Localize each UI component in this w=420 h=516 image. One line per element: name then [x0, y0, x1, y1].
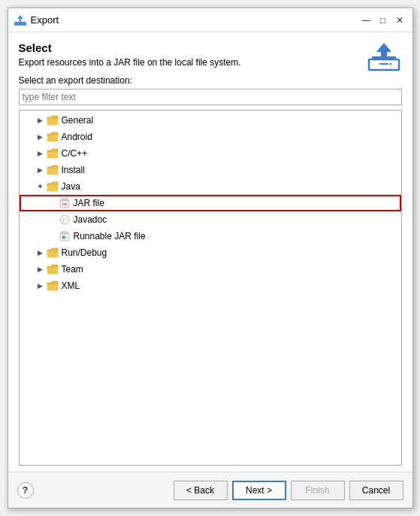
maximize-button[interactable]: □ [376, 14, 390, 27]
svg-text:JAR: JAR [62, 202, 68, 206]
export-dialog: Export — □ ✕ Select Export resources int… [8, 8, 413, 508]
tree-label-android: Android [62, 132, 92, 142]
tree-item-android[interactable]: ▶ Android [20, 129, 401, 145]
expand-icon-xml: ▶ [35, 280, 47, 292]
expand-icon-jar [47, 197, 59, 209]
folder-icon-team [47, 263, 59, 275]
svg-marker-1 [17, 15, 23, 22]
svg-marker-4 [376, 43, 391, 57]
bottom-bar: ? < Back Next > Finish Cancel [8, 472, 412, 508]
tree-label-cpp: C/C++ [62, 148, 88, 159]
section-desc: Export resources into a JAR file on the … [19, 57, 241, 68]
jar-icon: JAR [59, 197, 71, 209]
folder-icon-install [47, 164, 59, 176]
expand-icon-general: ▶ [35, 114, 47, 126]
folder-icon-java [47, 181, 59, 193]
tree-label-java: Java [62, 181, 80, 192]
folder-icon-xml [47, 280, 59, 292]
tree-item-rundebug[interactable]: ▶ Run/Debug [20, 244, 401, 261]
tree-label-install: Install [62, 165, 85, 175]
expand-icon-java: ▼ [35, 181, 47, 193]
tree-item-cpp[interactable]: ▶ C/C++ [20, 145, 401, 162]
expand-icon-rundebug: ▶ [35, 247, 47, 259]
cancel-button[interactable]: Cancel [349, 481, 403, 500]
tree-item-xml[interactable]: ▶ XML [20, 278, 401, 294]
tree-container[interactable]: ▶ General ▶ Android [19, 110, 402, 466]
filter-label: Select an export destination: [19, 75, 402, 86]
expand-icon-android: ▶ [35, 131, 47, 143]
svg-rect-0 [14, 22, 26, 26]
tree-label-team: Team [62, 264, 83, 275]
tree-item-jar-file[interactable]: JAR JAR file [20, 195, 401, 211]
close-button[interactable]: ✕ [393, 14, 406, 27]
tree-item-java[interactable]: ▼ Java [20, 178, 401, 195]
tree-label-runnable-jar: Runnable JAR file [74, 231, 146, 241]
header-text: Select Export resources into a JAR file … [19, 41, 241, 75]
section-title: Select [19, 41, 241, 54]
expand-icon-install: ▶ [35, 164, 47, 176]
tree-item-general[interactable]: ▶ General [20, 112, 401, 129]
expand-icon-javadoc [47, 214, 59, 226]
runnable-jar-icon [59, 230, 71, 242]
finish-button[interactable]: Finish [291, 481, 345, 500]
next-button[interactable]: Next > [232, 481, 286, 500]
title-controls: — □ ✕ [360, 14, 406, 27]
bottom-right: < Back Next > Finish Cancel [174, 481, 403, 500]
expand-icon-runnable [47, 230, 59, 242]
expand-icon-cpp: ▶ [35, 147, 47, 159]
help-button[interactable]: ? [17, 482, 34, 499]
tree-label-general: General [62, 115, 94, 126]
header-row: Select Export resources into a JAR file … [19, 41, 402, 75]
tree-label-xml: XML [62, 281, 80, 291]
tree-item-install[interactable]: ▶ Install [20, 162, 401, 178]
svg-text:J: J [62, 218, 65, 223]
svg-point-10 [60, 215, 69, 224]
tree-label-javadoc: Javadoc [74, 214, 107, 225]
main-content: Select Export resources into a JAR file … [8, 32, 412, 472]
title-bar: Export — □ ✕ [8, 8, 412, 32]
title-bar-left: Export [14, 14, 59, 26]
javadoc-icon: J [59, 214, 71, 226]
svg-rect-8 [62, 199, 68, 201]
folder-icon-cpp [47, 147, 59, 159]
tree-label-rundebug: Run/Debug [62, 247, 107, 258]
dialog-icon [14, 14, 26, 26]
back-button[interactable]: < Back [174, 481, 228, 500]
tree-item-runnable-jar[interactable]: Runnable JAR file [20, 228, 401, 244]
dialog-title: Export [31, 14, 59, 26]
minimize-button[interactable]: — [360, 14, 373, 27]
folder-icon-rundebug [47, 247, 59, 259]
tree-label-jar-file: JAR file [74, 198, 104, 208]
folder-icon-general [47, 114, 59, 126]
tree-item-javadoc[interactable]: J Javadoc [20, 211, 401, 228]
export-large-icon [366, 41, 402, 71]
filter-input[interactable] [19, 89, 402, 105]
expand-icon-team: ▶ [35, 263, 47, 275]
svg-rect-13 [62, 232, 68, 234]
tree-item-team[interactable]: ▶ Team [20, 261, 401, 278]
folder-icon-android [47, 131, 59, 143]
bottom-left: ? [17, 482, 34, 499]
